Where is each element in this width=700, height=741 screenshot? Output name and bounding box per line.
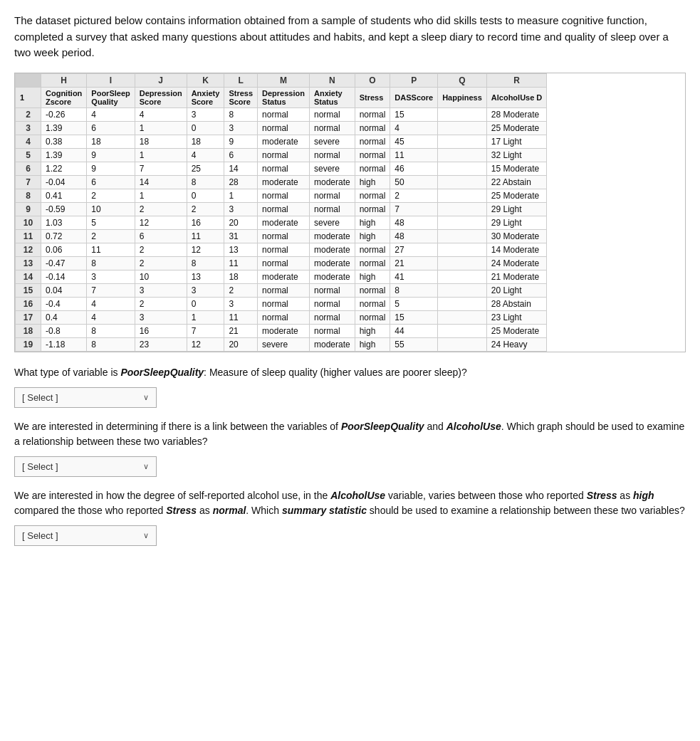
cell: 15 — [390, 310, 438, 324]
table-row: 2-0.264438normalnormalnormal1528 Moderat… — [16, 107, 547, 121]
header-alcoholuse: AlcoholUse D — [486, 87, 547, 107]
cell: 2 — [135, 243, 187, 256]
data-table: H I J K L M N O P Q R 1 CognitionZscore … — [15, 73, 547, 352]
cell: 41 — [390, 270, 438, 283]
cell: 3 — [187, 283, 224, 297]
cell: 50 — [390, 175, 438, 189]
cell: 11 — [87, 243, 135, 256]
cell: 4 — [87, 107, 135, 121]
cell: severe — [309, 216, 355, 229]
table-row: 61.22972514normalseverenormal4615 Modera… — [16, 162, 547, 175]
cell: moderate — [258, 175, 310, 189]
col-H: H — [41, 73, 87, 87]
cell: 2 — [87, 189, 135, 202]
cell: 8 — [87, 256, 135, 270]
cell: moderate — [309, 256, 355, 270]
cell: 7 — [135, 162, 187, 175]
spreadsheet-container: H I J K L M N O P Q R 1 CognitionZscore … — [14, 73, 686, 352]
q3-bold5: normal — [213, 505, 246, 516]
cell: -0.4 — [41, 297, 87, 310]
cell: 5 — [87, 216, 135, 229]
table-row: 9-0.5910223normalnormalnormal729 Light — [16, 202, 547, 216]
col-I: I — [87, 73, 135, 87]
cell — [438, 229, 487, 243]
cell: 29 Light — [486, 202, 547, 216]
cell: 0.04 — [41, 283, 87, 297]
cell — [438, 135, 487, 148]
corner-cell — [16, 73, 41, 87]
q3-bold1: AlcoholUse — [330, 490, 385, 501]
cell: 16 — [187, 216, 224, 229]
cell: normal — [355, 202, 390, 216]
cell: high — [355, 175, 390, 189]
cell: normal — [309, 297, 355, 310]
cell: 25 Moderate — [486, 324, 547, 337]
cell: 12 — [135, 216, 187, 229]
table-row: 120.061121213normalmoderatenormal2714 Mo… — [16, 243, 547, 256]
cell: 4 — [87, 297, 135, 310]
row-number: 13 — [16, 256, 41, 270]
q2-text: We are interested in determining if ther… — [14, 421, 684, 447]
cell: normal — [355, 107, 390, 121]
cell: moderate — [258, 270, 310, 283]
header-cognition: CognitionZscore — [41, 87, 87, 107]
cell: moderate — [309, 175, 355, 189]
q1-select-row: [ Select ] ∨ — [14, 387, 686, 408]
cell: -0.26 — [41, 107, 87, 121]
table-row: 31.396103normalnormalnormal425 Moderate — [16, 121, 547, 135]
cell: 14 — [224, 162, 258, 175]
cell — [438, 297, 487, 310]
q3-select-dropdown[interactable]: [ Select ] ∨ — [14, 525, 157, 546]
cell: moderate — [309, 243, 355, 256]
cell: normal — [258, 148, 310, 162]
table-row: 18-0.8816721moderatenormalhigh4425 Moder… — [16, 324, 547, 337]
cell: normal — [355, 256, 390, 270]
q3-bold6: summary statistic — [282, 505, 367, 516]
row-number: 16 — [16, 297, 41, 310]
cell: normal — [355, 121, 390, 135]
cell: normal — [355, 135, 390, 148]
header-anxiety: AnxietyScore — [187, 87, 224, 107]
q1-select-dropdown[interactable]: [ Select ] ∨ — [14, 387, 157, 408]
cell: 6 — [135, 229, 187, 243]
cell: 0.06 — [41, 243, 87, 256]
cell: 8 — [224, 107, 258, 121]
cell: 18 — [187, 135, 224, 148]
cell: 3 — [224, 297, 258, 310]
col-Q: Q — [438, 73, 487, 87]
cell: normal — [355, 189, 390, 202]
cell: 14 Moderate — [486, 243, 547, 256]
q2-select-dropdown[interactable]: [ Select ] ∨ — [14, 456, 157, 477]
question-2-block: We are interested in determining if ther… — [14, 419, 686, 449]
cell: 1 — [187, 310, 224, 324]
row-number: 5 — [16, 148, 41, 162]
q3-bold4: Stress — [166, 505, 197, 516]
q1-select-label: [ Select ] — [22, 392, 58, 403]
cell: high — [355, 229, 390, 243]
cell: 21 — [224, 324, 258, 337]
header-stress-score: StressScore — [224, 87, 258, 107]
cell: 22 Abstain — [486, 175, 547, 189]
q3-select-label: [ Select ] — [22, 530, 58, 541]
cell: 32 Light — [486, 148, 547, 162]
cell: 28 Abstain — [486, 297, 547, 310]
cell — [438, 324, 487, 337]
cell: 12 — [187, 337, 224, 351]
cell: 5 — [390, 297, 438, 310]
cell: 55 — [390, 337, 438, 351]
cell: high — [355, 324, 390, 337]
table-row: 40.381818189moderateseverenormal4517 Lig… — [16, 135, 547, 148]
header-stress: Stress — [355, 87, 390, 107]
col-L: L — [224, 73, 258, 87]
cell: normal — [258, 229, 310, 243]
intro-paragraph: The dataset pictured below contains info… — [14, 13, 686, 61]
cell: moderate — [258, 216, 310, 229]
row-number: 8 — [16, 189, 41, 202]
question-1-block: What type of variable is PoorSleepQualit… — [14, 365, 686, 380]
cell: 3 — [187, 107, 224, 121]
cell: normal — [258, 189, 310, 202]
cell: 0.4 — [41, 310, 87, 324]
col-O: O — [355, 73, 390, 87]
cell: 7 — [187, 324, 224, 337]
q3-bold3: high — [633, 490, 654, 501]
